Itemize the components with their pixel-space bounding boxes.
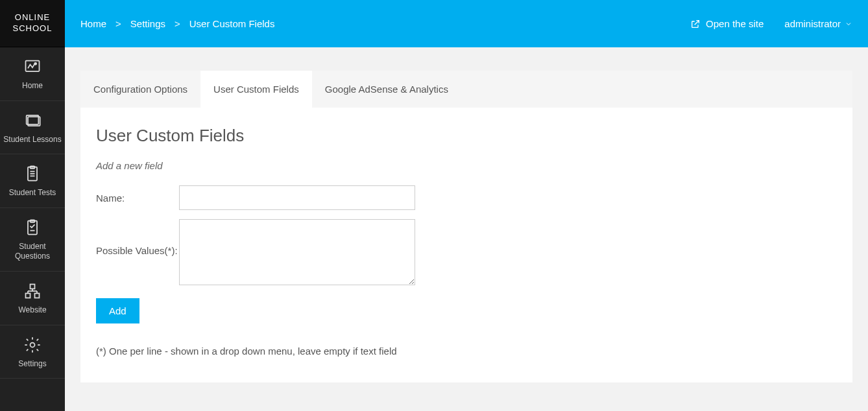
svg-rect-14: [35, 293, 40, 298]
user-menu-label: administrator: [784, 18, 841, 29]
form-row-values: Possible Values(*):: [96, 219, 837, 285]
sidebar-item-label: Home: [22, 81, 43, 91]
topbar-right: Open the site administrator: [690, 18, 852, 29]
tests-icon: [23, 165, 42, 183]
sidebar-item-label: Website: [18, 305, 46, 316]
website-icon: [23, 282, 42, 300]
brand-logo: ONLINE SCHOOL: [0, 0, 65, 47]
user-menu[interactable]: administrator: [784, 18, 852, 29]
sidebar-item-label: Student Tests: [9, 188, 56, 198]
sidebar-item-settings[interactable]: Settings: [0, 325, 65, 379]
home-icon: [23, 58, 42, 76]
breadcrumb-current: User Custom Fields: [189, 18, 275, 29]
panel: User Custom Fields Add a new field Name:…: [80, 108, 852, 382]
gear-icon: [23, 336, 42, 354]
svg-rect-13: [26, 293, 30, 298]
form-row-name: Name:: [96, 185, 837, 210]
name-label: Name:: [96, 193, 179, 204]
breadcrumb-sep: >: [175, 18, 180, 29]
tabs: Configuration Options User Custom Fields…: [80, 71, 852, 108]
values-hint: (*) One per line - shown in a drop down …: [96, 346, 837, 357]
breadcrumb-home[interactable]: Home: [80, 18, 106, 29]
content-area: Configuration Options User Custom Fields…: [65, 47, 868, 406]
questions-icon: [23, 218, 42, 237]
add-button[interactable]: Add: [96, 298, 139, 323]
open-site-link[interactable]: Open the site: [690, 18, 764, 29]
values-textarea[interactable]: [179, 219, 415, 285]
sidebar-item-website[interactable]: Website: [0, 272, 65, 325]
sidebar-item-student-lessons[interactable]: Student Lessons: [0, 101, 65, 155]
page-title: User Custom Fields: [96, 126, 837, 146]
svg-point-1: [34, 63, 36, 65]
tab-configuration-options[interactable]: Configuration Options: [80, 71, 200, 108]
settings-card: Configuration Options User Custom Fields…: [80, 71, 852, 382]
sidebar: ONLINE SCHOOL Home Student Lessons: [0, 0, 65, 411]
svg-rect-12: [30, 284, 35, 288]
external-link-icon: [690, 19, 701, 29]
sidebar-item-label: Student Lessons: [3, 135, 61, 145]
sidebar-item-student-tests[interactable]: Student Tests: [0, 154, 65, 208]
open-site-label: Open the site: [706, 18, 764, 29]
panel-subtitle: Add a new field: [96, 160, 837, 171]
sidebar-item-label: Student Questions: [3, 242, 62, 262]
chevron-down-icon: [845, 20, 852, 28]
values-label: Possible Values(*):: [96, 219, 179, 256]
name-input[interactable]: [179, 185, 415, 210]
sidebar-item-student-questions[interactable]: Student Questions: [0, 208, 65, 272]
tab-google-adsense-analytics[interactable]: Google AdSense & Analytics: [312, 71, 461, 108]
svg-rect-0: [26, 61, 40, 71]
lessons-icon: [23, 112, 42, 130]
main-column: Home > Settings > User Custom Fields Ope…: [65, 0, 868, 411]
brand-text: ONLINE SCHOOL: [0, 12, 65, 34]
svg-point-19: [30, 342, 35, 347]
sidebar-item-label: Settings: [18, 359, 46, 370]
breadcrumb-sep: >: [115, 18, 121, 29]
tab-user-custom-fields[interactable]: User Custom Fields: [200, 71, 312, 108]
breadcrumb-settings[interactable]: Settings: [130, 18, 165, 29]
sidebar-item-home[interactable]: Home: [0, 47, 65, 101]
breadcrumb: Home > Settings > User Custom Fields: [80, 18, 274, 29]
topbar: Home > Settings > User Custom Fields Ope…: [65, 0, 868, 47]
